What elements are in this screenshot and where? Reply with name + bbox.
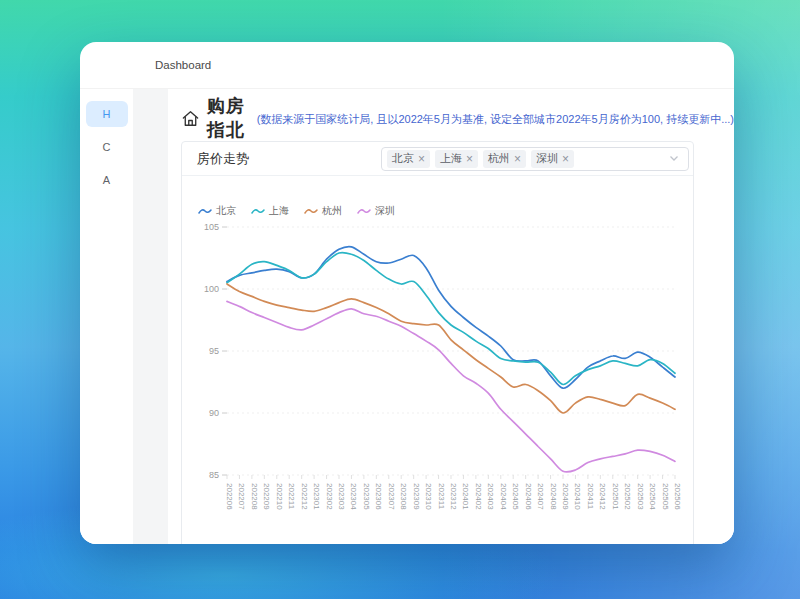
city-tag-深圳[interactable]: 深圳× [531,150,574,168]
legend-label: 深圳 [375,204,395,218]
sidebar-rail [133,89,168,544]
x-axis-label: 202210 [275,483,284,510]
page-header: 购房指北 (数据来源于国家统计局, 且以2022年5月为基准, 设定全部城市20… [181,103,734,133]
tag-remove-icon[interactable]: × [466,153,473,165]
x-axis-label: 202404 [499,483,508,510]
legend-item-深圳[interactable]: 深圳 [357,204,395,218]
x-axis-label: 202409 [561,483,570,510]
x-axis-label: 202308 [399,483,408,510]
city-tag-上海[interactable]: 上海× [435,150,478,168]
page-title: 购房指北 [207,94,249,142]
app-header-bar: Dashboard [80,42,734,89]
series-line-上海 [227,253,675,385]
x-axis-label: 202303 [337,483,346,510]
city-tag-label: 上海 [440,151,462,166]
y-axis-label: 100 [204,284,219,294]
legend-item-杭州[interactable]: 杭州 [304,204,342,218]
city-tag-label: 深圳 [536,151,558,166]
app-window: Dashboard HCA 购房指北 (数据来源于国家统计局, 且以2022年5… [80,42,734,544]
tag-remove-icon[interactable]: × [418,153,425,165]
x-axis-label: 202502 [623,483,632,510]
x-axis-label: 202211 [287,483,296,510]
page-subtitle: (数据来源于国家统计局, 且以2022年5月为基准, 设定全部城市2022年5月… [257,112,734,127]
x-axis-label: 202206 [225,483,234,510]
x-axis-label: 202504 [648,483,657,510]
x-axis-label: 202403 [486,483,495,510]
y-axis-label: 85 [209,470,219,480]
x-axis-label: 202402 [474,483,483,510]
series-line-北京 [227,247,675,389]
city-tag-label: 北京 [392,151,414,166]
x-axis-label: 202506 [673,483,682,510]
x-axis-label: 202505 [661,483,670,510]
x-axis-label: 202306 [374,483,383,510]
chevron-down-icon[interactable] [669,155,679,162]
x-axis-label: 202310 [424,483,433,510]
legend-label: 北京 [216,204,236,218]
x-axis-label: 202209 [262,483,271,510]
sidebar-item-A[interactable]: A [86,167,128,193]
y-axis-label: 105 [204,222,219,232]
x-axis-label: 202405 [511,483,520,510]
content-area: 购房指北 (数据来源于国家统计局, 且以2022年5月为基准, 设定全部城市20… [168,89,734,544]
city-multiselect[interactable]: 北京×上海×杭州×深圳× [381,147,689,171]
legend-label: 杭州 [322,204,342,218]
sidebar-item-H[interactable]: H [86,101,128,127]
x-axis-label: 202408 [549,483,558,510]
panel-header: 房价走势 北京×上海×杭州×深圳× [182,142,693,176]
x-axis-label: 202412 [598,483,607,510]
x-axis-label: 202501 [611,483,620,510]
city-tag-北京[interactable]: 北京× [387,150,430,168]
breadcrumb: Dashboard [155,59,211,71]
app-body: HCA 购房指北 (数据来源于国家统计局, 且以2022年5月为基准, 设定全部… [80,89,734,544]
tag-remove-icon[interactable]: × [514,153,521,165]
x-axis-label: 202309 [412,483,421,510]
x-axis-label: 202212 [300,483,309,510]
chart-container: 北京上海杭州深圳 8590951001052022062022072022082… [182,176,693,544]
tag-remove-icon[interactable]: × [562,153,569,165]
legend-line-icon [198,206,212,217]
chart-legend: 北京上海杭州深圳 [198,204,693,218]
x-axis-label: 202406 [524,483,533,510]
price-trend-panel: 房价走势 北京×上海×杭州×深圳× 北京上海杭州深圳 8590 [181,141,694,544]
series-line-深圳 [227,301,675,472]
chart-svg: 8590951001052022062022072022082022092022… [182,220,694,525]
legend-item-上海[interactable]: 上海 [251,204,289,218]
y-axis-label: 95 [209,346,219,356]
legend-line-icon [357,206,371,217]
x-axis-label: 202401 [461,483,470,510]
line-chart: 8590951001052022062022072022082022092022… [182,220,693,529]
sidebar: HCA [80,89,133,544]
panel-title: 房价走势 [197,150,249,168]
desktop-background: Dashboard HCA 购房指北 (数据来源于国家统计局, 且以2022年5… [0,0,800,599]
x-axis-label: 202207 [237,483,246,510]
x-axis-label: 202407 [536,483,545,510]
x-axis-label: 202302 [325,483,334,510]
city-tag-label: 杭州 [488,151,510,166]
x-axis-label: 202208 [250,483,259,510]
x-axis-label: 202411 [586,483,595,510]
x-axis-label: 202307 [387,483,396,510]
x-axis-label: 202503 [636,483,645,510]
y-axis-label: 90 [209,408,219,418]
legend-line-icon [251,206,265,217]
x-axis-label: 202311 [437,483,446,510]
city-tag-杭州[interactable]: 杭州× [483,150,526,168]
x-axis-label: 202305 [362,483,371,510]
sidebar-item-C[interactable]: C [86,134,128,160]
series-line-杭州 [227,284,675,413]
x-axis-label: 202312 [449,483,458,510]
legend-line-icon [304,206,318,217]
x-axis-label: 202410 [573,483,582,510]
legend-label: 上海 [269,204,289,218]
legend-item-北京[interactable]: 北京 [198,204,236,218]
home-icon [181,109,200,128]
selected-city-tags: 北京×上海×杭州×深圳× [387,150,574,168]
x-axis-label: 202304 [349,483,358,510]
x-axis-label: 202301 [312,483,321,510]
